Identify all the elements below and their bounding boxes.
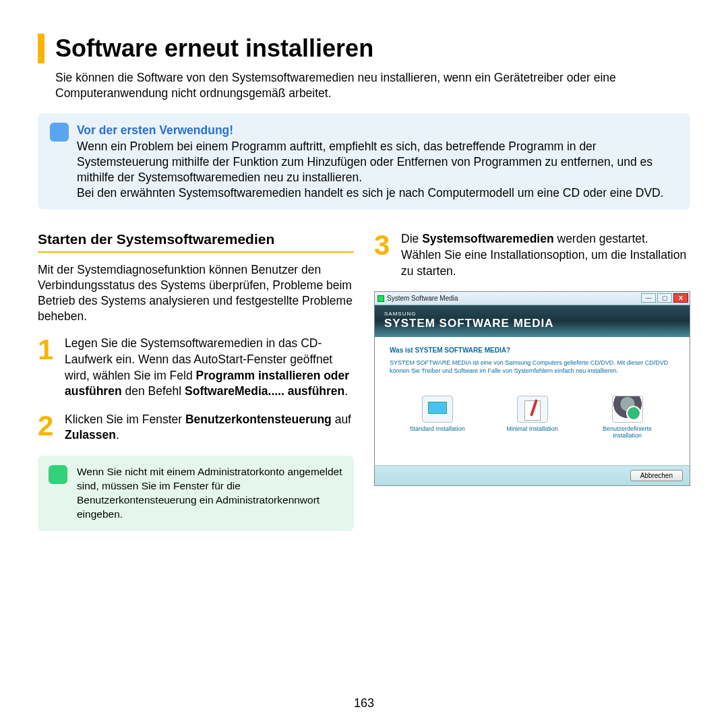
info-heading: Vor der ersten Verwendung! — [77, 123, 678, 138]
close-button[interactable]: X — [673, 293, 688, 303]
option-label: Benutzerdefinierte Installation — [594, 425, 661, 440]
brand-label: SAMSUNG — [384, 311, 680, 317]
window-title: System Software Media — [387, 295, 458, 302]
step-3-text: Die Systemsoftwaremedien werden gestarte… — [401, 231, 690, 279]
note-callout: Wenn Sie nicht mit einem Administratorko… — [38, 456, 354, 531]
step-number-3: 3 — [374, 231, 401, 279]
note-icon — [49, 465, 67, 484]
info-icon — [50, 123, 69, 142]
custom-install-icon — [612, 396, 643, 423]
info-text-2: Bei den erwähnten Systemsoftwaremedien h… — [77, 185, 678, 201]
screenshot-description: SYSTEM SOFTWARE MEDIA ist eine von Samsu… — [390, 359, 675, 375]
screenshot-heading: SYSTEM SOFTWARE MEDIA — [384, 317, 680, 330]
app-icon — [377, 295, 384, 302]
option-minimal-installation[interactable]: Minimal Installation — [499, 396, 566, 440]
standard-install-icon — [422, 396, 453, 423]
info-text-1: Wenn ein Problem bei einem Programm auft… — [77, 139, 678, 185]
intro-paragraph: Sie können die Software von den Systemso… — [55, 70, 690, 101]
note-text: Wenn Sie nicht mit einem Administratorko… — [77, 465, 343, 522]
cancel-button[interactable]: Abbrechen — [630, 470, 683, 481]
maximize-button[interactable]: ▢ — [657, 293, 672, 303]
step-3: 3 Die Systemsoftwaremedien werden gestar… — [374, 231, 690, 279]
info-callout: Vor der ersten Verwendung! Wenn ein Prob… — [38, 113, 690, 210]
option-standard-installation[interactable]: Standard Installation — [404, 396, 471, 440]
option-custom-installation[interactable]: Benutzerdefinierte Installation — [594, 396, 661, 440]
section-heading: Starten der Systemsoftwaremedien — [38, 231, 354, 253]
step-1-text: Legen Sie die Systemsoftwaremedien in da… — [65, 336, 354, 400]
minimize-button[interactable]: ― — [641, 293, 656, 303]
page-title: Software erneut installieren — [55, 34, 373, 63]
step-2: 2 Klicken Sie im Fenster Benutzerkontens… — [38, 412, 354, 444]
step-number-1: 1 — [38, 336, 65, 400]
screenshot-titlebar: System Software Media ― ▢ X — [375, 292, 690, 305]
step-1: 1 Legen Sie die Systemsoftwaremedien in … — [38, 336, 354, 400]
title-accent-bar — [38, 34, 44, 63]
screenshot-question: Was ist SYSTEM SOFTWARE MEDIA? — [390, 346, 675, 354]
minimal-install-icon — [517, 396, 548, 423]
page-number: 163 — [354, 696, 374, 710]
section-paragraph: Mit der Systemdiagnosefunktion können Be… — [38, 262, 354, 324]
step-2-text: Klicken Sie im Fenster Benutzerkontenste… — [65, 412, 354, 444]
step-number-2: 2 — [38, 412, 65, 444]
option-label: Standard Installation — [404, 425, 471, 433]
screenshot-header: SAMSUNG SYSTEM SOFTWARE MEDIA — [375, 305, 690, 337]
option-label: Minimal Installation — [499, 425, 566, 433]
screenshot-window: System Software Media ― ▢ X SAMSUNG SYST… — [374, 291, 690, 486]
screenshot-footer: Abbrechen — [375, 465, 690, 485]
